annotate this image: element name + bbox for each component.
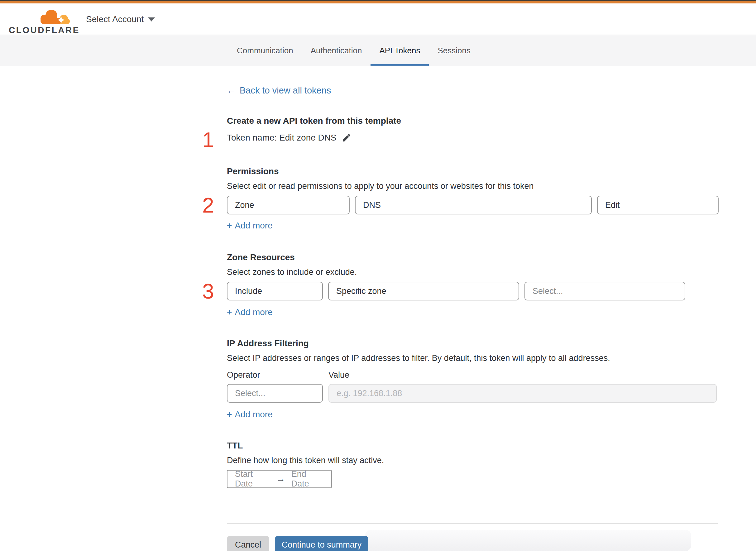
zone-picker-select[interactable]: Select... — [525, 282, 685, 301]
permissions-heading: Permissions — [227, 166, 279, 176]
ip-operator-placeholder: Select... — [235, 389, 265, 398]
chevron-down-icon — [148, 17, 155, 21]
token-name-text: Token name: Edit zone DNS — [227, 133, 336, 143]
permissions-row: Zone DNS Edit — [227, 196, 719, 214]
back-arrow-icon: ← — [227, 85, 236, 96]
permissions-add-more-link[interactable]: + Add more — [227, 221, 273, 230]
cloudflare-cloud-icon — [38, 9, 70, 26]
ip-filtering-heading: IP Address Filtering — [227, 339, 309, 349]
permission-level-value: Edit — [605, 200, 620, 210]
ttl-heading: TTL — [227, 441, 243, 451]
zone-resources-add-more-link[interactable]: + Add more — [227, 307, 273, 317]
tab-label: Sessions — [438, 46, 471, 55]
end-date-placeholder: End Date — [291, 469, 324, 489]
permissions-description: Select edit or read permissions to apply… — [227, 181, 534, 191]
continue-to-summary-button[interactable]: Continue to summary — [275, 536, 368, 551]
permission-item-value: DNS — [363, 200, 381, 210]
tab-label: Authentication — [311, 46, 362, 55]
operator-label: Operator — [227, 370, 260, 380]
value-label: Value — [328, 370, 349, 380]
account-selector[interactable]: Select Account — [86, 3, 155, 35]
footer-background-shade — [365, 530, 691, 551]
tab-list: Communication Authentication API Tokens … — [228, 35, 479, 66]
zone-picker-placeholder: Select... — [533, 287, 563, 296]
orange-accent-bar — [0, 1, 756, 3]
arrow-right-icon: → — [276, 474, 285, 484]
add-more-label: Add more — [235, 410, 272, 420]
zone-resources-row: Include Specific zone Select... — [227, 282, 685, 301]
ttl-date-range-picker[interactable]: Start Date → End Date — [227, 470, 332, 488]
tab-label: API Tokens — [379, 46, 420, 55]
back-to-tokens-link[interactable]: ← Back to view all tokens — [227, 85, 331, 96]
tab-communication[interactable]: Communication — [228, 35, 302, 66]
plus-icon: + — [227, 307, 232, 317]
create-token-heading: Create a new API token from this templat… — [227, 116, 401, 126]
zone-scope-value: Specific zone — [336, 287, 387, 296]
zone-scope-select[interactable]: Specific zone — [328, 282, 519, 301]
token-name-line: Token name: Edit zone DNS — [227, 133, 351, 143]
zone-mode-value: Include — [235, 287, 262, 296]
ip-value-input[interactable] — [328, 384, 717, 403]
edit-pencil-icon[interactable] — [341, 133, 351, 143]
ip-filtering-description: Select IP addresses or ranges of IP addr… — [227, 354, 610, 363]
cancel-button[interactable]: Cancel — [227, 536, 269, 551]
permission-type-value: Zone — [235, 200, 254, 210]
add-more-label: Add more — [235, 307, 272, 317]
step-number-2: 2 — [198, 194, 218, 216]
cloudflare-api-token-page: CLOUDFLARE Select Account Communication … — [0, 0, 756, 551]
permission-type-select[interactable]: Zone — [227, 196, 349, 214]
step-number-1: 1 — [198, 129, 218, 150]
add-more-label: Add more — [235, 221, 272, 230]
step-number-3: 3 — [198, 281, 218, 302]
start-date-placeholder: Start Date — [235, 469, 270, 489]
plus-icon: + — [227, 221, 232, 230]
zone-mode-select[interactable]: Include — [227, 282, 323, 301]
plus-icon: + — [227, 410, 232, 420]
account-selector-label: Select Account — [86, 14, 144, 24]
permission-level-select[interactable]: Edit — [597, 196, 719, 214]
cloudflare-wordmark: CLOUDFLARE — [9, 25, 80, 35]
ip-filtering-row: Select... — [227, 384, 323, 403]
ttl-description: Define how long this token will stay act… — [227, 456, 384, 465]
zone-resources-heading: Zone Resources — [227, 252, 295, 262]
profile-tab-bar: Communication Authentication API Tokens … — [0, 35, 756, 66]
app-header: CLOUDFLARE Select Account — [0, 3, 756, 35]
tab-sessions[interactable]: Sessions — [429, 35, 479, 66]
back-link-label: Back to view all tokens — [240, 85, 331, 96]
footer-divider — [227, 523, 718, 524]
tab-api-tokens[interactable]: API Tokens — [370, 35, 429, 66]
cloudflare-logo[interactable]: CLOUDFLARE — [9, 6, 74, 35]
ip-filtering-add-more-link[interactable]: + Add more — [227, 410, 273, 420]
permission-item-select[interactable]: DNS — [355, 196, 592, 214]
tab-label: Communication — [237, 46, 293, 55]
ip-operator-select[interactable]: Select... — [227, 384, 323, 403]
tab-authentication[interactable]: Authentication — [302, 35, 371, 66]
active-tab-underline — [370, 64, 429, 66]
zone-resources-description: Select zones to include or exclude. — [227, 267, 357, 277]
